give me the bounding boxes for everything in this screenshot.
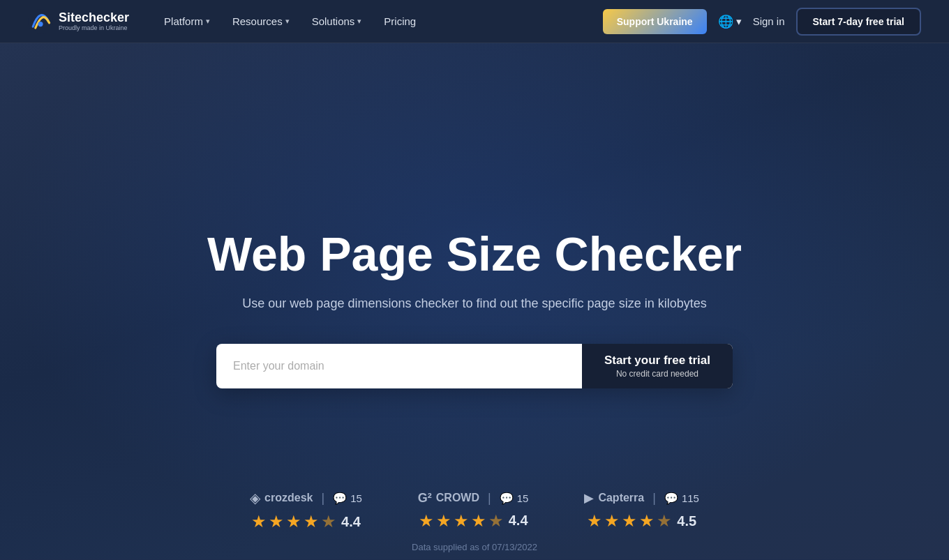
capterra-logo: ▶ Capterra <box>584 490 644 506</box>
star-2: ★ <box>436 511 451 531</box>
star-4: ★ <box>304 512 319 531</box>
star-2: ★ <box>604 511 620 531</box>
chat-icon: 💬 <box>333 492 347 505</box>
language-selector[interactable]: 🌐 ▾ <box>718 14 742 29</box>
g2crowd-brand: G² CROWD | 💬 15 <box>418 491 529 506</box>
g2crowd-reviews: 💬 15 <box>500 492 529 505</box>
crozdesk-brand: ◈ crozdesk | 💬 15 <box>250 490 362 506</box>
crozdesk-name: crozdesk <box>264 492 313 504</box>
crozdesk-logo: ◈ crozdesk <box>250 490 313 506</box>
navbar: Sitechecker Proudly made in Ukraine Plat… <box>0 0 949 43</box>
capterra-icon: ▶ <box>584 490 594 506</box>
logo-tagline: Proudly made in Ukraine <box>59 24 129 31</box>
star-2: ★ <box>269 512 284 531</box>
domain-search-box: Start your free trial No credit card nee… <box>216 344 733 388</box>
nav-links: Platform ▾ Resources ▾ Solutions ▾ Prici… <box>154 10 603 33</box>
nav-right: Support Ukraine 🌐 ▾ Sign in Start 7-day … <box>603 8 921 36</box>
nav-item-platform[interactable]: Platform ▾ <box>154 10 220 33</box>
start-trial-button[interactable]: Start 7-day free trial <box>796 8 922 36</box>
svg-point-1 <box>38 22 43 27</box>
support-ukraine-button[interactable]: Support Ukraine <box>603 9 707 34</box>
logo-name: Sitechecker <box>59 11 129 25</box>
ratings-section: ◈ crozdesk | 💬 15 ★ ★ ★ ★ ★ 4.4 <box>0 490 949 531</box>
resources-chevron-icon: ▾ <box>285 17 290 26</box>
logo-link[interactable]: Sitechecker Proudly made in Ukraine <box>28 9 129 34</box>
hero-subtitle: Use our web page dimensions checker to f… <box>242 294 706 313</box>
star-1: ★ <box>587 511 602 531</box>
star-half: ★ <box>657 511 672 531</box>
star-4: ★ <box>639 511 655 531</box>
star-3: ★ <box>286 512 301 531</box>
g2crowd-stars: ★ ★ ★ ★ ★ 4.4 <box>419 511 528 531</box>
platform-chevron-icon: ▾ <box>206 17 210 26</box>
g2crowd-name: CROWD <box>436 492 479 504</box>
capterra-stars: ★ ★ ★ ★ ★ 4.5 <box>587 511 696 531</box>
solutions-chevron-icon: ▾ <box>357 17 361 26</box>
cta-sub-text: No credit card needed <box>616 369 698 379</box>
capterra-brand: ▶ Capterra | 💬 115 <box>584 490 699 506</box>
g2crowd-logo: G² CROWD <box>418 491 479 506</box>
rating-g2crowd: G² CROWD | 💬 15 ★ ★ ★ ★ ★ 4.4 <box>418 491 529 531</box>
capterra-reviews: 💬 115 <box>664 492 699 505</box>
hero-title: Web Page Size Checker <box>207 228 742 280</box>
domain-search-input[interactable] <box>216 344 582 388</box>
chat-icon-g2: 💬 <box>500 492 514 505</box>
star-1: ★ <box>251 512 267 531</box>
star-3: ★ <box>622 511 637 531</box>
signin-link[interactable]: Sign in <box>753 15 785 27</box>
nav-item-solutions[interactable]: Solutions ▾ <box>302 10 372 33</box>
rating-crozdesk: ◈ crozdesk | 💬 15 ★ ★ ★ ★ ★ 4.4 <box>250 490 362 531</box>
cta-main-text: Start your free trial <box>604 354 710 368</box>
cta-button[interactable]: Start your free trial No credit card nee… <box>582 344 733 388</box>
logo-icon <box>28 9 53 34</box>
rating-capterra: ▶ Capterra | 💬 115 ★ ★ ★ ★ ★ 4.5 <box>584 490 699 531</box>
hero-section: Web Page Size Checker Use our web page d… <box>0 43 949 559</box>
globe-chevron: ▾ <box>736 15 742 28</box>
crozdesk-icon: ◈ <box>250 490 260 506</box>
star-half: ★ <box>321 512 336 531</box>
crozdesk-reviews: 💬 15 <box>333 492 362 505</box>
data-supplied-note: Data supplied as of 07/13/2022 <box>0 542 949 552</box>
star-4: ★ <box>471 511 486 531</box>
globe-icon: 🌐 <box>718 14 733 29</box>
capterra-name: Capterra <box>598 492 644 504</box>
chat-icon-capterra: 💬 <box>664 492 678 505</box>
star-half: ★ <box>488 511 504 531</box>
nav-item-resources[interactable]: Resources ▾ <box>223 10 299 33</box>
star-3: ★ <box>454 511 469 531</box>
nav-item-pricing[interactable]: Pricing <box>374 10 426 33</box>
crozdesk-stars: ★ ★ ★ ★ ★ 4.4 <box>251 512 361 531</box>
g2crowd-icon: G² <box>418 491 432 506</box>
star-1: ★ <box>419 511 434 531</box>
logo-text: Sitechecker Proudly made in Ukraine <box>59 11 129 32</box>
